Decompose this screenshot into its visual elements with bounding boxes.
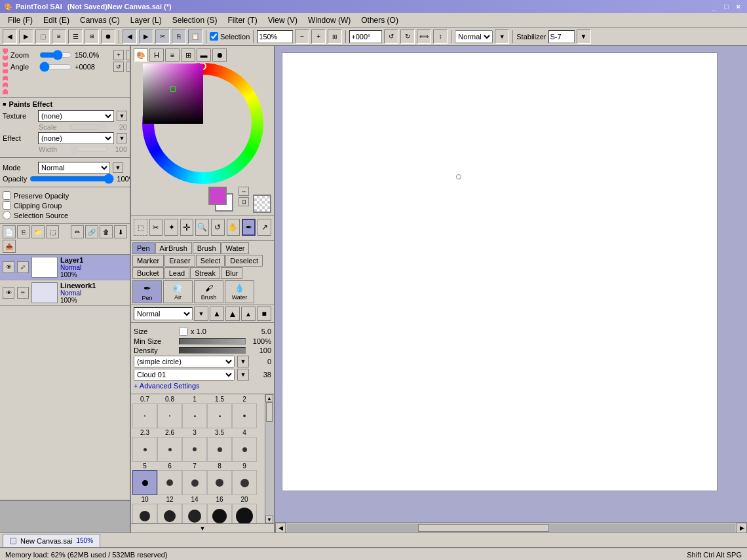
menu-item-layer[interactable]: Layer (L) — [125, 14, 167, 26]
brush-mode-btn[interactable]: ▼ — [194, 307, 208, 321]
brush-preset-airbrush[interactable]: 💨 Air — [163, 280, 193, 303]
brush-tab-eraser[interactable]: Eraser — [164, 255, 195, 267]
shape1-btn[interactable]: ▼ — [237, 356, 249, 367]
toolbar-btn4[interactable]: ⊞ — [85, 29, 99, 44]
menu-item-edit[interactable]: Edit (E) — [38, 14, 75, 26]
brush-preset-pen[interactable]: ✒ Pen — [132, 280, 162, 303]
dot-2[interactable] — [232, 403, 257, 428]
menu-item-view[interactable]: View (V) — [263, 14, 303, 26]
stabilizer-input[interactable] — [548, 30, 575, 43]
dot-7[interactable] — [182, 470, 207, 495]
brush-tab-deselect[interactable]: Deselect — [225, 255, 263, 267]
tool-extra[interactable]: ↗ — [258, 219, 271, 236]
angle-small-ccw[interactable]: ↺ — [113, 62, 124, 72]
layer-btn4[interactable]: ⬚ — [46, 225, 59, 238]
dot-0.7[interactable] — [132, 403, 157, 428]
preserve-opacity-checkbox[interactable] — [3, 191, 11, 200]
layer1-lock[interactable]: 🖊 — [17, 261, 29, 273]
shape1-select[interactable]: (simple circle) — [134, 356, 235, 367]
brush-tab-airbrush[interactable]: AirBrush — [155, 242, 192, 254]
transparent-swatch[interactable] — [253, 195, 271, 213]
brush-shape-btn3[interactable]: ▲ — [241, 307, 256, 321]
dot-12[interactable] — [157, 504, 182, 523]
toolbar-btn2[interactable]: ≡ — [52, 29, 66, 44]
clipping-group-checkbox[interactable] — [3, 201, 11, 210]
color-wheel-container[interactable] — [142, 63, 263, 184]
canvas-content[interactable] — [275, 46, 747, 522]
color-tab-slider[interactable]: ▬ — [197, 48, 211, 62]
toolbar-nav-fwd[interactable]: ▶ — [19, 29, 33, 44]
brush-scroll-up[interactable]: ▲ — [265, 394, 273, 402]
layer1-eye[interactable]: 👁 — [3, 261, 14, 273]
dot-20[interactable] — [232, 504, 257, 523]
brush-preset-brush[interactable]: 🖌 Brush — [194, 280, 223, 303]
tool-lasso[interactable]: ✂ — [149, 219, 163, 236]
dot-2.6[interactable] — [157, 437, 182, 462]
tool-select-rect[interactable]: ⬚ — [134, 219, 147, 236]
h-scroll-left[interactable]: ◀ — [275, 523, 286, 533]
zoom-small-plus[interactable]: + — [113, 50, 124, 60]
shape2-select[interactable]: Cloud 01 — [134, 369, 235, 381]
swatch-reset[interactable]: ⊡ — [239, 197, 249, 206]
toolbar-undo[interactable]: ◀ — [123, 29, 137, 44]
menu-item-others[interactable]: Others (O) — [356, 14, 404, 26]
brush-tab-select[interactable]: Select — [196, 255, 225, 267]
h-scroll-track[interactable] — [287, 524, 735, 532]
width-slider[interactable] — [69, 146, 108, 153]
toolbar-redo[interactable]: ▶ — [139, 29, 153, 44]
brush-scroll-down[interactable]: ▼ — [265, 515, 273, 523]
min-size-bar[interactable] — [179, 338, 246, 345]
mode-btn[interactable]: ▼ — [495, 29, 509, 44]
color-tab-sv[interactable]: ≡ — [165, 48, 180, 62]
dot-3[interactable] — [182, 437, 207, 462]
fg-swatch[interactable] — [208, 187, 227, 205]
selection-checkbox[interactable] — [210, 32, 218, 41]
brush-tab-lead[interactable]: Lead — [164, 267, 189, 279]
texture-btn[interactable]: ▼ — [117, 111, 127, 121]
brush-tab-bucket[interactable]: Bucket — [132, 267, 164, 279]
menu-item-file[interactable]: File (F) — [3, 14, 38, 26]
stabilizer-arrow[interactable]: ▼ — [577, 29, 591, 44]
color-tab-input[interactable]: ⏺ — [212, 48, 227, 62]
brush-panel-bottom-btn[interactable]: ▼ — [131, 523, 274, 532]
dot-10[interactable] — [132, 504, 157, 523]
tool-move[interactable]: ✛ — [180, 219, 194, 236]
folder-btn[interactable]: 📁 — [31, 225, 45, 238]
dot-5[interactable] — [132, 470, 157, 495]
linework1-lock[interactable]: ✏ — [17, 287, 29, 299]
brush-mode-dropdown[interactable]: Normal — [134, 307, 193, 320]
angle-flip[interactable]: ⟺ — [417, 29, 431, 44]
dot-6[interactable] — [157, 470, 182, 495]
dot-1.5[interactable] — [207, 403, 232, 428]
selection-source-radio[interactable] — [3, 211, 11, 219]
angle-slider[interactable] — [39, 64, 72, 70]
h-scroll-right[interactable]: ▶ — [737, 523, 747, 533]
layer-mode-btn[interactable]: ▼ — [113, 162, 123, 173]
brush-tab-water[interactable]: Water — [221, 242, 250, 254]
scale-slider[interactable] — [69, 124, 108, 130]
dot-9[interactable] — [232, 470, 257, 495]
tool-zoom-tool[interactable]: 🔍 — [195, 219, 209, 236]
h-scroll-thumb[interactable] — [418, 524, 549, 532]
linework1-eye[interactable]: 👁 — [3, 287, 14, 299]
selection-checkbox-label[interactable]: Selection — [210, 32, 250, 41]
menu-item-filter[interactable]: Filter (T) — [222, 14, 262, 26]
layer-item-layer1[interactable]: 👁 🖊 Layer1 Normal 100% — [0, 255, 130, 280]
dot-1[interactable] — [182, 403, 207, 428]
menu-item-selection[interactable]: Selection (S) — [167, 14, 223, 26]
mode-select[interactable]: Normal — [455, 30, 493, 43]
brush-shape-btn4[interactable]: ■ — [257, 307, 271, 321]
copy-layer-btn[interactable]: ⎘ — [17, 225, 30, 238]
effect-select[interactable]: (none) — [38, 132, 114, 144]
dot-3.5[interactable] — [207, 437, 232, 462]
brush-shape-btn2[interactable]: ▲ — [225, 307, 240, 321]
opacity-slider[interactable] — [29, 176, 114, 182]
toolbar-cut[interactable]: ✂ — [155, 29, 170, 44]
zoom-slider[interactable] — [39, 52, 72, 58]
dot-16[interactable] — [207, 504, 232, 523]
toolbar-copy[interactable]: ⎘ — [172, 29, 186, 44]
layer-mode-select[interactable]: Normal — [38, 162, 110, 174]
menu-item-canvas[interactable]: Canvas (C) — [75, 14, 125, 26]
layer-merge-btn[interactable]: ⬇ — [114, 225, 127, 238]
layer-item-linework1[interactable]: 👁 ✏ Linework1 Normal 100% — [0, 280, 130, 306]
